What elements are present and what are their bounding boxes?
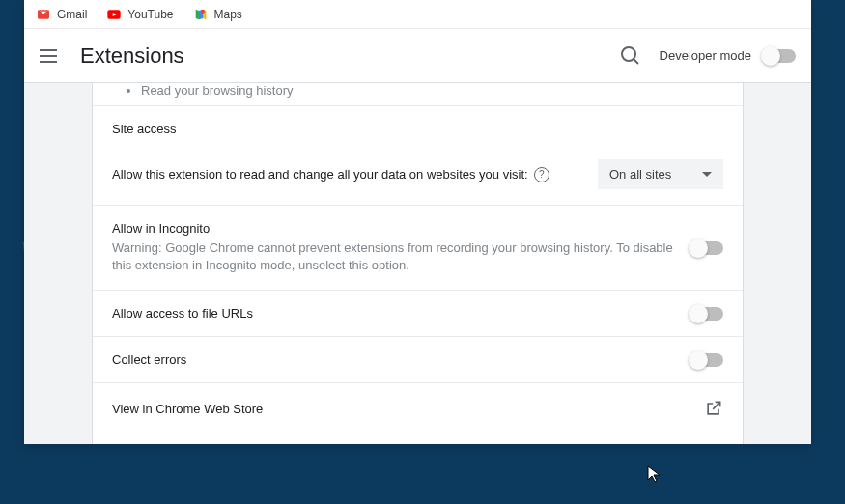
web-store-title: View in Chrome Web Store (112, 402, 704, 416)
permissions-section: Read your browsing history (93, 83, 743, 106)
collect-errors-section: Collect errors (93, 337, 743, 383)
youtube-icon (106, 7, 122, 22)
incognito-toggle[interactable] (690, 241, 723, 255)
mouse-cursor-icon (647, 465, 662, 485)
external-link-icon (704, 399, 723, 418)
file-urls-title: Allow access to file URLs (112, 306, 690, 321)
permission-item: Read your browsing history (141, 83, 723, 98)
web-store-section[interactable]: View in Chrome Web Store (93, 383, 743, 434)
collect-errors-toggle[interactable] (690, 353, 723, 367)
incognito-section: Allow in Incognito Warning: Google Chrom… (93, 206, 743, 291)
help-icon[interactable]: ? (534, 167, 549, 182)
extension-detail-card: Read your browsing history Site access A… (92, 83, 744, 444)
site-access-description: Allow this extension to read and change … (112, 167, 528, 182)
site-access-title: Site access (93, 106, 743, 144)
extensions-header: Extensions Developer mode (24, 29, 811, 83)
browser-window: Gmail YouTube Maps Extensions Developer … (24, 0, 811, 444)
svg-line-3 (634, 59, 638, 64)
developer-mode-label: Developer mode (660, 48, 751, 63)
search-icon[interactable] (619, 44, 642, 68)
content-area[interactable]: Read your browsing history Site access A… (24, 83, 811, 444)
file-urls-section: Allow access to file URLs (93, 291, 743, 337)
bookmark-label: Maps (214, 8, 242, 21)
incognito-description: Warning: Google Chrome cannot prevent ex… (112, 239, 690, 274)
bookmark-gmail[interactable]: Gmail (36, 7, 87, 22)
site-access-dropdown[interactable]: On all sites (598, 159, 723, 189)
svg-point-2 (622, 47, 635, 61)
bookmark-label: Gmail (57, 8, 87, 21)
maps-icon (193, 7, 209, 22)
bookmarks-bar: Gmail YouTube Maps (24, 0, 811, 29)
source-section: Source (93, 434, 743, 444)
chevron-down-icon (702, 172, 712, 177)
gmail-icon (36, 7, 51, 22)
developer-mode-toggle[interactable] (763, 49, 796, 63)
menu-icon[interactable] (40, 44, 63, 68)
svg-point-1 (201, 9, 205, 13)
bookmark-label: YouTube (127, 8, 173, 21)
file-urls-toggle[interactable] (690, 307, 723, 321)
dropdown-value: On all sites (609, 167, 671, 182)
incognito-title: Allow in Incognito (112, 221, 690, 236)
page-title: Extensions (80, 43, 619, 69)
bookmark-maps[interactable]: Maps (193, 7, 242, 22)
collect-errors-title: Collect errors (112, 352, 690, 367)
bookmark-youtube[interactable]: YouTube (106, 7, 173, 22)
site-access-section: Allow this extension to read and change … (93, 144, 743, 206)
